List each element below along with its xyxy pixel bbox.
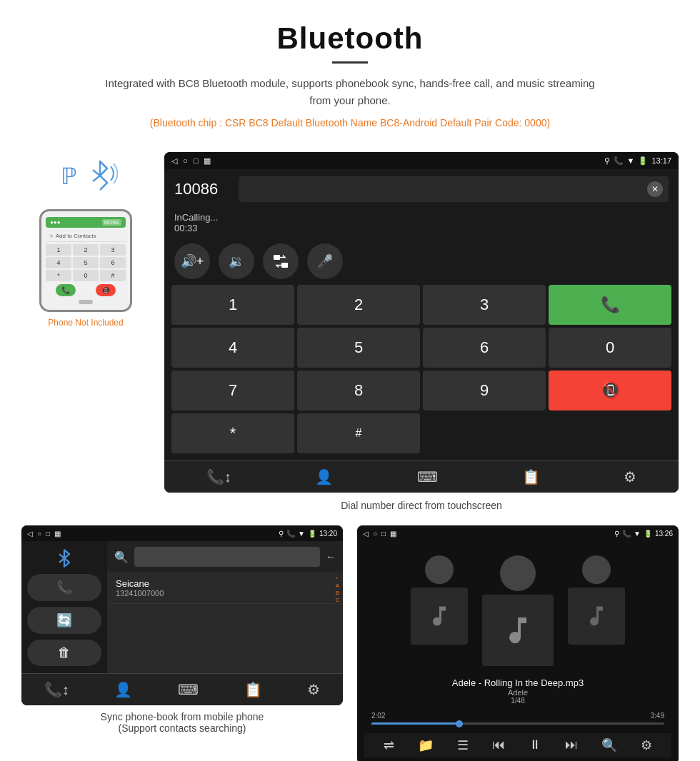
wifi-icon: ▼	[627, 156, 635, 165]
num-key-star[interactable]: *	[171, 413, 294, 453]
search-music-icon[interactable]: 🔍	[601, 737, 617, 753]
pb-batt-icon: 🔋	[308, 530, 316, 538]
music-wifi-icon: ▼	[634, 530, 641, 538]
pb-nav-dialer[interactable]: ⌨	[178, 681, 199, 698]
phonebook-sidebar: 📞 🔄 🗑	[21, 541, 107, 673]
title-underline	[332, 61, 368, 64]
music-controls: ⇌ 📁 ☰ ⏮ ⏸ ⏭ 🔍 ⚙	[364, 733, 671, 757]
nav-contacts-icon[interactable]: 👤	[315, 468, 333, 485]
dial-screen-caption: Dial number direct from touchscreen	[164, 493, 679, 525]
num-key-0[interactable]: 0	[549, 328, 671, 368]
pb-status-left: ◁ ○ □ ▦	[27, 530, 61, 538]
dial-delete-btn[interactable]: ✕	[647, 181, 663, 197]
album-art-main	[482, 595, 554, 666]
album-art-left-wrap	[411, 555, 468, 666]
num-key-5[interactable]: 5	[297, 328, 420, 368]
phonebook-body: 📞 🔄 🗑 🔍 ← Seicane 13241007000	[21, 541, 343, 673]
phone-keypad: 1 2 3 4 5 6 * 0 #	[46, 244, 126, 281]
alpha-star: *	[336, 575, 340, 582]
dial-number: 10086	[174, 180, 231, 198]
next-track-icon[interactable]: ⏭	[565, 737, 578, 753]
num-key-7[interactable]: 7	[171, 371, 294, 410]
pb-nav-settings[interactable]: ⚙	[307, 681, 320, 698]
album-circle-center	[500, 555, 536, 591]
pb-nav-contacts[interactable]: 👤	[114, 681, 132, 698]
prev-track-icon[interactable]: ⏮	[492, 737, 505, 753]
phonebook-delete-btn[interactable]: 🗑	[27, 640, 101, 666]
progress-fill	[371, 722, 459, 725]
num-key-4[interactable]: 4	[171, 328, 294, 368]
progress-bar[interactable]	[371, 722, 664, 725]
phonebook-sync-btn[interactable]: 🔄	[27, 607, 101, 634]
location-icon: ⚲	[604, 156, 610, 166]
dial-screen: ◁ ○ □ ▦ ⚲ 📞 ▼ 🔋 13:17 10086 ✕	[164, 152, 679, 493]
nav-settings-icon[interactable]: ⚙	[624, 468, 636, 485]
nav-dialer-icon[interactable]: ⌨	[417, 468, 438, 485]
phone-key-4: 4	[46, 257, 71, 268]
phonebook-call-btn[interactable]: 📞	[27, 574, 101, 601]
time-total: 3:49	[651, 712, 664, 720]
music-screen-body: Adele - Rolling In the Deep.mp3 Adele 1/…	[357, 541, 679, 761]
call-accept-btn[interactable]: 📞	[549, 285, 671, 325]
phonebook-bottom-nav: 📞↕ 👤 ⌨ 📋 ⚙	[21, 673, 343, 705]
bt-icon-area: ℙ	[54, 152, 118, 202]
folder-icon[interactable]: 📁	[418, 737, 434, 753]
alpha-index: * A B C D E F G H I	[334, 573, 341, 604]
svg-line-0	[93, 170, 100, 176]
transfer-btn[interactable]	[263, 243, 299, 279]
music-recent-icon: □	[381, 530, 386, 538]
pb-recent-icon: □	[46, 530, 50, 538]
recent-icon: □	[194, 156, 199, 165]
svg-rect-2	[274, 255, 280, 260]
call-status-text: InCalling...	[174, 212, 218, 223]
bt-waves-icon	[89, 156, 118, 196]
shuffle-icon[interactable]: ⇌	[384, 737, 394, 753]
nav-call-icon[interactable]: 📞↕	[206, 468, 231, 485]
search-input[interactable]	[134, 547, 320, 567]
equalizer-icon[interactable]: ⚙	[641, 737, 652, 753]
playlist-icon[interactable]: ☰	[457, 737, 469, 753]
phone-key-6: 6	[100, 257, 126, 268]
call-controls: 🔊+ 🔉 🎤	[164, 239, 679, 285]
back-icon: ◁	[171, 156, 177, 166]
dial-time: 13:17	[651, 156, 671, 165]
volume-up-btn[interactable]: 🔊+	[174, 243, 210, 279]
num-key-6[interactable]: 6	[423, 328, 546, 368]
num-key-9[interactable]: 9	[423, 371, 546, 410]
num-key-2[interactable]: 2	[297, 285, 420, 325]
phone-bottom-btns: 📞 📵	[46, 284, 126, 296]
play-pause-icon[interactable]: ⏸	[529, 737, 541, 753]
phone-not-included-label: Phone Not Included	[48, 318, 123, 328]
music-batt-icon: 🔋	[644, 530, 652, 538]
phone-key-hash: #	[100, 270, 126, 281]
music-notif-icon: ▦	[390, 530, 396, 538]
alpha-a: A	[336, 583, 340, 589]
dial-status-bar: ◁ ○ □ ▦ ⚲ 📞 ▼ 🔋 13:17	[164, 152, 679, 169]
music-call-icon: 📞	[622, 530, 631, 538]
pb-home-icon: ○	[37, 530, 41, 538]
volume-down-btn[interactable]: 🔉	[219, 243, 254, 279]
album-art-left	[411, 588, 468, 645]
num-key-1[interactable]: 1	[171, 285, 294, 325]
phone-key-star: *	[46, 270, 71, 281]
num-key-8[interactable]: 8	[297, 371, 420, 410]
page-title: Bluetooth	[14, 21, 686, 56]
pb-nav-call[interactable]: 📞↕	[44, 681, 69, 698]
notification-icon: ▦	[204, 156, 211, 166]
song-track: 1/48	[452, 697, 584, 705]
pb-wifi-icon: ▼	[298, 530, 305, 538]
num-key-3[interactable]: 3	[423, 285, 546, 325]
mic-btn[interactable]: 🎤	[307, 243, 343, 279]
page-header: Bluetooth Integrated with BC8 Bluetooth …	[0, 0, 700, 152]
nav-transfer-icon[interactable]: 📋	[522, 468, 540, 485]
phonebook-list: 🔍 ← Seicane 13241007000 * A B	[107, 541, 343, 673]
alpha-c: C	[336, 597, 340, 603]
pb-notif-icon: ▦	[54, 530, 61, 538]
phonebook-back-arrow[interactable]: ←	[326, 551, 336, 563]
bluetooth-sidebar-icon[interactable]	[27, 548, 101, 568]
contact-item[interactable]: Seicane 13241007000	[107, 573, 343, 604]
pb-nav-transfer[interactable]: 📋	[244, 681, 262, 698]
num-key-hash[interactable]: #	[297, 413, 420, 453]
call-end-btn[interactable]: 📵	[549, 371, 671, 410]
bluetooth-icon: ℙ	[61, 163, 76, 190]
